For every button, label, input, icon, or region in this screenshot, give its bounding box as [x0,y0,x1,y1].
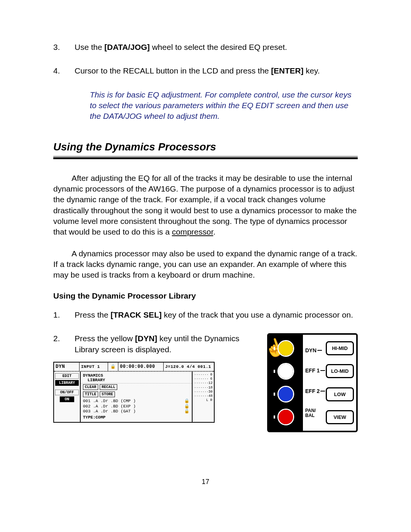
lcd-clear-button: CLEAR [83,384,98,390]
lock-icon: 🔒 [184,409,190,414]
lcd-title-button: TITLE [83,391,98,397]
lcd-tab-edit: EDIT [55,373,79,379]
step-number: 2. [53,333,75,355]
step-body: Press the yellow [DYN] key until the Dyn… [75,333,252,355]
lock-icon: 🔒 [108,363,118,371]
view-button: VIEW [326,410,354,424]
lo-mid-button: LO-MID [326,364,354,378]
lcd-on-indicator: ON [60,396,74,402]
lcd-recall-button: RECALL [100,384,117,390]
lock-icon: 🔒 [184,404,190,409]
dyn-knob [277,340,294,357]
lcd-time: 00:00:00.000 [118,363,164,371]
step-number: 4. [53,66,75,76]
lcd-tempo: J=120.0 4/4 001.1 [164,363,214,371]
step-number: 3. [53,42,75,53]
eff1-knob [277,363,294,380]
page-number: 17 [53,478,358,486]
knob-label: PAN/ BAL [305,408,316,418]
lcd-screenshot: DYN INPUT 1 🔒 00:00:00.000 J=120.0 4/4 0… [53,362,215,423]
list-item: 001 .A .Dr .BD (CMP ) 🔒 [83,399,190,404]
step-number: 1. [53,310,75,320]
lcd-meter: ·······0 ·······6 ·······12 ·······18 ··… [192,372,214,422]
lcd-store-button: STORE [100,391,115,397]
lcd-title: DYN [54,363,80,371]
hi-mid-button: HI-MID [326,341,354,355]
paragraph-1: After adjusting the EQ for all of the tr… [53,173,358,238]
paragraph-2: A dynamics processor may also be used to… [53,248,358,281]
knob-label: DYN [305,347,317,353]
lcd-type: TYPE:COMP [83,415,190,420]
step-body: Cursor to the RECALL button in the LCD a… [75,66,358,76]
lcd-input: INPUT 1 [80,363,108,371]
section-rule [53,156,358,159]
lock-icon: 🔒 [184,399,190,404]
knob-label: EFF 1 [305,367,320,374]
panel-diagram: ☝ DYN EFF [267,333,358,432]
lcd-heading: DYNAMICS [83,373,105,378]
knob-label: EFF 2 [305,388,320,394]
step-body: Use the [DATA/JOG] wheel to select the d… [75,42,358,53]
subsection-title: Using the Dynamic Processor Library [53,291,358,300]
low-button: LOW [326,387,354,401]
step-body: Press the [TRACK SEL] key of the track t… [75,310,358,320]
list-item: 003 .A .Dr .BD (GAT ) 🔒 [83,409,190,414]
lcd-tab-onoff: ON/OFF [55,390,79,395]
lcd-heading: LIBRARY [83,378,105,382]
eff2-knob [277,386,294,403]
lcd-tab-library: LIBRARY [55,380,79,386]
section-title: Using the Dynamics Processors [53,141,358,153]
pan-bal-knob [277,409,294,425]
list-item: 002 .A .Dr .BD (EXP ) 🔒 [83,404,190,409]
eq-note: This is for basic EQ adjustment. For com… [90,89,358,122]
